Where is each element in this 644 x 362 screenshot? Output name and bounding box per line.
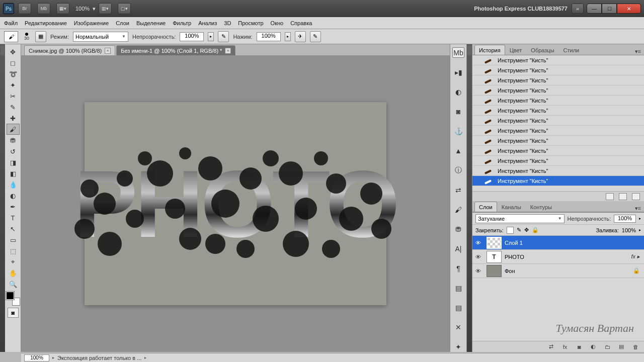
brush-preset-picker[interactable]: 30	[24, 33, 29, 41]
layer-name[interactable]: Слой 1	[505, 240, 644, 246]
history-item[interactable]: Инструмент "Кисть"	[472, 136, 644, 146]
layer-row[interactable]: 👁Фон🔒	[472, 264, 644, 278]
minimize-button[interactable]: —	[587, 4, 602, 14]
crop-tool[interactable]: ✂	[7, 90, 20, 102]
flow-arrow[interactable]: ▸	[285, 32, 291, 41]
blur-tool[interactable]: 💧	[7, 179, 20, 190]
lock-all-icon[interactable]: 🔒	[532, 227, 539, 233]
marquee-tool[interactable]: ◻	[7, 57, 20, 68]
history-item[interactable]: Инструмент "Кисть"	[472, 106, 644, 116]
panel-menu-icon[interactable]: ▾≡	[632, 48, 644, 55]
layer-comps-icon[interactable]: ▤	[452, 283, 464, 293]
layer-thumbnail[interactable]	[487, 237, 502, 249]
group-icon[interactable]: 🗀	[603, 343, 612, 350]
screen-mode-button[interactable]: ▢▾	[118, 3, 131, 14]
3d-icon[interactable]: ✦	[452, 341, 464, 352]
lock-transparency-icon[interactable]	[507, 227, 514, 234]
history-item[interactable]: Инструмент "Кисть"	[472, 75, 644, 85]
flow-input[interactable]: 100%	[257, 32, 281, 41]
close-tab-icon[interactable]: ×	[225, 48, 231, 54]
history-item[interactable]: Инструмент "Кисть"	[472, 126, 644, 136]
left-dock-handle[interactable]	[0, 44, 5, 352]
canvas-viewport[interactable]: PHOTO	[21, 55, 450, 352]
tablet-opacity-toggle[interactable]: ✎	[218, 31, 229, 42]
right-dock-handle[interactable]	[467, 44, 472, 352]
menu-analysis[interactable]: Анализ	[198, 20, 217, 26]
adjustment-layer-icon[interactable]: ◐	[589, 343, 598, 350]
navigator-icon[interactable]: ⚓	[452, 126, 464, 136]
canvas[interactable]: PHOTO	[85, 102, 386, 305]
menu-file[interactable]: Файл	[4, 20, 18, 26]
layer-row[interactable]: 👁Слой 1	[472, 236, 644, 250]
animation-icon[interactable]: ▸▮	[452, 67, 464, 77]
menu-select[interactable]: Выделение	[136, 20, 166, 26]
bridge-button[interactable]: Br	[18, 3, 31, 14]
delete-state-icon[interactable]	[632, 193, 640, 200]
path-select-tool[interactable]: ↖	[7, 223, 20, 234]
visibility-toggle[interactable]: 👁	[472, 268, 484, 274]
menu-layers[interactable]: Слои	[116, 20, 129, 26]
blend-mode-select[interactable]: Нормальный	[73, 32, 128, 42]
layer-row[interactable]: 👁TPHOTOfx ▸	[472, 250, 644, 264]
healing-tool[interactable]: ✚	[7, 113, 20, 124]
blend-mode-select[interactable]: Затухание	[475, 214, 565, 223]
mini-bridge-icon[interactable]: Mb	[452, 47, 464, 58]
character-icon[interactable]: A|	[452, 243, 464, 254]
quick-select-tool[interactable]: ✦	[7, 79, 20, 90]
panel-menu-icon[interactable]: ▾≡	[632, 205, 644, 212]
hand-tool[interactable]: ✋	[7, 267, 20, 279]
delete-layer-icon[interactable]: 🗑	[631, 343, 640, 350]
layer-mask-icon[interactable]: ◙	[575, 343, 584, 350]
menu-help[interactable]: Справка	[290, 20, 312, 26]
color-swatches[interactable]	[6, 292, 20, 306]
dodge-tool[interactable]: ◐	[7, 190, 20, 201]
actions-icon[interactable]: ▤	[452, 302, 464, 313]
tab-layers[interactable]: Слои	[474, 202, 497, 212]
tab-channels[interactable]: Каналы	[497, 202, 526, 212]
expand-panels-button[interactable]: »	[572, 4, 584, 14]
history-item[interactable]: Инструмент "Кисть"	[472, 65, 644, 75]
lock-image-icon[interactable]: ✎	[517, 227, 521, 233]
layer-opacity-input[interactable]: 100%	[614, 215, 636, 223]
link-layers-icon[interactable]: ⇄	[546, 343, 555, 350]
tab-color[interactable]: Цвет	[505, 45, 527, 55]
visibility-toggle[interactable]: 👁	[472, 254, 484, 260]
lasso-tool[interactable]: ➰	[7, 68, 20, 79]
pen-tool[interactable]: ✒	[7, 201, 20, 212]
menu-edit[interactable]: Редактирование	[25, 20, 67, 26]
history-item[interactable]: Инструмент "Кисть"	[472, 96, 644, 106]
shape-tool[interactable]: ▭	[7, 234, 20, 245]
view-extras-button[interactable]: ▦▾	[56, 3, 69, 14]
arrange-documents-button[interactable]: ▥▾	[99, 3, 112, 14]
document-tab[interactable]: Снимок.jpg @ 100% (RGB/8)×	[24, 45, 115, 55]
fill-input[interactable]: 100%	[622, 227, 636, 233]
brush-panel-toggle[interactable]: ▦	[35, 31, 46, 42]
lock-position-icon[interactable]: ✥	[524, 227, 529, 233]
snapshot-icon[interactable]	[619, 193, 627, 200]
visibility-toggle[interactable]: 👁	[472, 240, 484, 246]
tab-styles[interactable]: Стили	[559, 45, 584, 55]
history-item[interactable]: Инструмент "Кисть"	[472, 156, 644, 166]
info-icon[interactable]: ⓘ	[452, 165, 464, 175]
fx-indicator[interactable]: fx ▸	[631, 253, 644, 260]
document-tab[interactable]: Без имени-1 @ 100% (Слой 1, RGB/8) *×	[116, 45, 235, 55]
tab-swatches[interactable]: Образцы	[526, 45, 558, 55]
stamp-tool[interactable]: ⛃	[7, 135, 20, 146]
3d-camera-tool[interactable]: ⌖	[7, 256, 20, 267]
quick-mask-toggle[interactable]: ◙	[8, 308, 19, 318]
layer-name[interactable]: Фон	[505, 268, 633, 274]
history-item[interactable]: Инструмент "Кисть"	[472, 116, 644, 126]
maximize-button[interactable]: ☐	[602, 4, 617, 14]
eyedropper-tool[interactable]: ✎	[7, 102, 20, 113]
history-item[interactable]: Инструмент "Кисть"	[472, 55, 644, 65]
zoom-dropdown-icon[interactable]: ▾	[93, 6, 96, 12]
layer-fx-icon[interactable]: fx	[560, 343, 570, 350]
status-zoom-input[interactable]: 100%	[24, 354, 49, 361]
tab-paths[interactable]: Контуры	[526, 202, 556, 212]
tool-preset-picker[interactable]: 🖌	[4, 31, 18, 42]
history-item[interactable]: Инструмент "Кисть"	[472, 146, 644, 156]
new-doc-from-state-icon[interactable]	[606, 193, 614, 200]
opacity-arrow[interactable]: ▸	[208, 32, 214, 41]
menu-3d[interactable]: 3D	[224, 20, 231, 26]
zoom-tool[interactable]: 🔍	[7, 279, 20, 290]
